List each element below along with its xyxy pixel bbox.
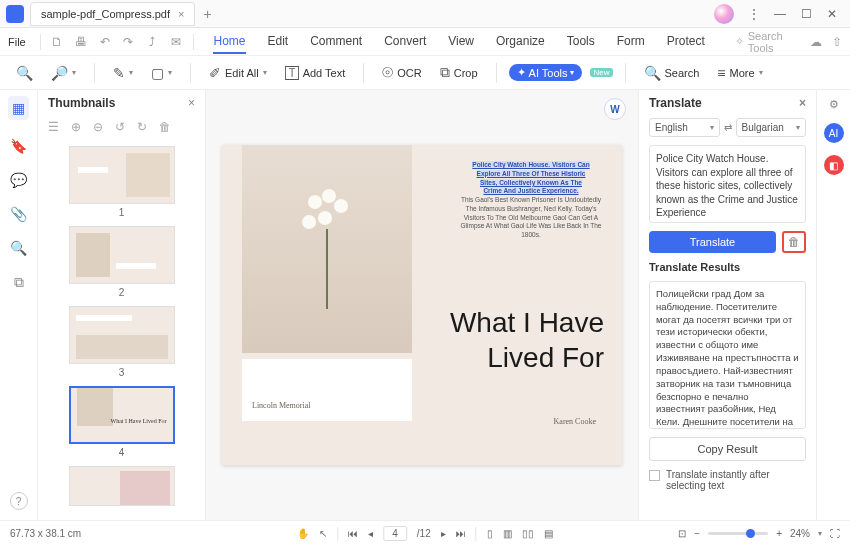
share-icon[interactable]: ⤴ [145,35,159,49]
lang-to-select[interactable]: Bulgarian▾ [736,118,807,137]
fullscreen-icon[interactable]: ⛶ [830,528,840,539]
thumb-delete-icon[interactable]: 🗑 [159,120,171,134]
zoom-in-status-icon[interactable]: + [776,528,782,539]
document-canvas[interactable]: W Police City Watch House. Visitors Can … [206,90,638,520]
swap-languages-icon[interactable]: ⇄ [724,122,732,133]
bookmarks-rail-icon[interactable]: 🔖 [10,138,27,154]
selected-text-block[interactable]: Police City Watch House. Visitors Can Ex… [456,161,606,240]
thumbnails-rail-icon[interactable]: ▦ [8,96,29,120]
undo-icon[interactable]: ↶ [98,35,112,49]
copy-result-button[interactable]: Copy Result [649,437,806,461]
print-icon[interactable]: 🖶 [74,35,88,49]
checkbox-icon[interactable] [649,470,660,481]
book-view-icon[interactable]: ▤ [544,528,553,539]
last-page-icon[interactable]: ⏭ [456,528,466,539]
highlighter-button[interactable]: ✎▾ [107,62,139,84]
sliders-icon[interactable]: ⚙ [829,98,839,111]
save-icon[interactable]: 🗋 [51,35,65,49]
redo-icon[interactable]: ↷ [122,35,136,49]
thumbnails-list[interactable]: 1 2 3 What I Have Lived For 4 [38,142,205,520]
ai-rail-icon[interactable]: AI [824,123,844,143]
statusbar: 67.73 x 38.1 cm ✋ ↖ ⏮ ◂ 4 /12 ▸ ⏭ ▯ ▥ ▯▯… [0,520,850,546]
edit-all-button[interactable]: ✐Edit All▾ [203,62,273,84]
search-tools-field[interactable]: ✧ Search Tools [735,30,800,54]
upload-icon[interactable]: ⇧ [832,35,842,49]
ai-tools-button[interactable]: ✦AI Tools▾ [509,64,583,81]
add-text-button[interactable]: 🅃Add Text [279,62,352,84]
first-page-icon[interactable]: ⏮ [348,528,358,539]
two-page-icon[interactable]: ▯▯ [522,528,534,539]
zoom-out-status-icon[interactable]: − [694,528,700,539]
zoom-slider[interactable] [708,532,768,535]
tab-close-icon[interactable]: × [178,8,184,20]
thumbnails-close-icon[interactable]: × [188,96,195,110]
ocr-button[interactable]: ⦾OCR [376,61,427,84]
zoom-value[interactable]: 24% [790,528,810,539]
window-minimize-icon[interactable]: — [768,4,792,24]
result-text-box[interactable]: Полицейски град Дом за наблюдение. Посет… [649,281,806,429]
main-area: ▦ 🔖 💬 📎 🔍 ⧉ ? Thumbnails × ☰ ⊕ ⊖ ↺ ↻ 🗑 1 [0,90,850,520]
menu-organize[interactable]: Organize [496,30,545,54]
word-export-icon[interactable]: W [604,98,626,120]
instant-translate-toggle[interactable]: Translate instantly after selecting text [649,469,806,491]
menu-comment[interactable]: Comment [310,30,362,54]
highlighter-icon: ✎ [113,65,125,81]
page-input[interactable]: 4 [383,526,407,541]
search-rail-icon[interactable]: 🔍 [10,240,27,256]
search-button[interactable]: 🔍Search [638,62,706,84]
hand-tool-icon[interactable]: ✋ [297,528,309,539]
sparkle-icon: ✦ [517,66,526,79]
more-button[interactable]: ≡More▾ [711,62,768,84]
thumbnail-5[interactable] [38,466,205,506]
menu-view[interactable]: View [448,30,474,54]
thumbnail-1[interactable]: 1 [38,146,205,218]
account-orb-icon[interactable] [714,4,734,24]
thumbnail-3[interactable]: 3 [38,306,205,378]
fit-width-icon[interactable]: ⊡ [678,528,686,539]
help-icon[interactable]: ? [10,492,28,510]
menu-convert[interactable]: Convert [384,30,426,54]
crop-icon: ⧉ [440,64,450,81]
wand-icon: ✧ [735,35,744,48]
menu-tools[interactable]: Tools [567,30,595,54]
new-tab-button[interactable]: + [203,6,211,22]
source-text-box[interactable]: Police City Watch House. Visitors can ex… [649,145,806,223]
menu-home[interactable]: Home [213,30,245,54]
mail-icon[interactable]: ✉ [169,35,183,49]
menu-protect[interactable]: Protect [667,30,705,54]
layers-rail-icon[interactable]: ⧉ [14,274,24,291]
window-maximize-icon[interactable]: ☐ [794,4,818,24]
translate-button[interactable]: Translate [649,231,776,253]
attachments-rail-icon[interactable]: 📎 [10,206,27,222]
menu-form[interactable]: Form [617,30,645,54]
zoom-out-button[interactable]: 🔍 [10,62,39,84]
lang-from-select[interactable]: English▾ [649,118,720,137]
search-tools-placeholder: Search Tools [748,30,800,54]
cloud-icon[interactable]: ☁ [810,35,822,49]
file-menu[interactable]: File [8,36,26,48]
thumb-zoomout-icon[interactable]: ⊖ [93,120,103,134]
thumb-rotate-l-icon[interactable]: ↺ [115,120,125,134]
single-page-icon[interactable]: ▯ [487,528,493,539]
thumb-list-icon[interactable]: ☰ [48,120,59,134]
thumb-zoomin-icon[interactable]: ⊕ [71,120,81,134]
comments-rail-icon[interactable]: 💬 [10,172,27,188]
shape-button[interactable]: ▢▾ [145,62,178,84]
document-tab[interactable]: sample-pdf_Compress.pdf × [30,2,195,26]
thumbnail-2[interactable]: 2 [38,226,205,298]
kebab-menu-icon[interactable]: ⋮ [742,4,766,24]
menu-edit[interactable]: Edit [268,30,289,54]
clear-translate-button[interactable]: 🗑 [782,231,806,253]
next-page-icon[interactable]: ▸ [441,528,446,539]
thumb-rotate-r-icon[interactable]: ↻ [137,120,147,134]
compress-rail-icon[interactable]: ◧ [824,155,844,175]
continuous-icon[interactable]: ▥ [503,528,512,539]
crop-button[interactable]: ⧉Crop [434,61,484,84]
pointer-tool-icon[interactable]: ↖ [319,528,327,539]
prev-page-icon[interactable]: ◂ [368,528,373,539]
thumbnail-4[interactable]: What I Have Lived For 4 [38,386,205,458]
zoom-in-button[interactable]: 🔎▾ [45,62,82,84]
window-close-icon[interactable]: ✕ [820,4,844,24]
caption-right: Karen Cooke [554,417,596,426]
translate-close-icon[interactable]: × [799,96,806,110]
